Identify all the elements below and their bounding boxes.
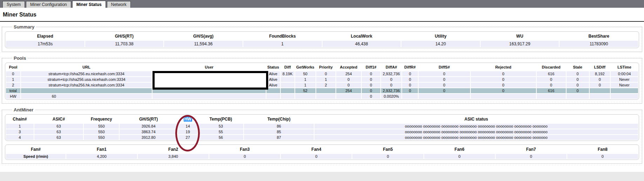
table-cell: 550 bbox=[84, 129, 119, 134]
table-cell: 8.19K bbox=[281, 71, 294, 76]
table-cell bbox=[590, 88, 610, 93]
table-cell: 0 bbox=[471, 88, 536, 93]
table-cell bbox=[266, 94, 280, 99]
table-cell: 1 bbox=[6, 124, 34, 129]
tab-miner-configuration[interactable]: Miner Configuration bbox=[26, 1, 71, 8]
table-cell: 11,594.36 bbox=[164, 41, 243, 47]
table-cell: 0 bbox=[209, 154, 280, 159]
table-cell: 0 bbox=[424, 154, 495, 159]
fan-speed-row: Speed (r/min) 4,2003,840000000 bbox=[6, 154, 638, 159]
table-cell: 14.20 bbox=[401, 41, 480, 47]
table-cell: 4 bbox=[6, 135, 34, 140]
tab-bar: System Miner Configuration Miner Status … bbox=[0, 0, 644, 8]
chains-header-row: Chain# ASIC# Frequency GH/S(RT) HW Temp(… bbox=[6, 115, 638, 123]
chains-header-hw: HW bbox=[178, 115, 197, 123]
table-cell: WU bbox=[481, 32, 559, 40]
pools-legend: Pools bbox=[12, 56, 28, 61]
table-cell bbox=[316, 94, 335, 99]
table-row: 2stratum+tcp://sha256.hk.nicehash.com:33… bbox=[6, 83, 638, 88]
table-cell: 46,438 bbox=[323, 41, 401, 47]
table-cell bbox=[281, 94, 294, 99]
table-cell: stratum+tcp://sha256.eu.nicehash.com:333… bbox=[21, 71, 152, 76]
table-cell: 0 bbox=[590, 77, 610, 82]
table-cell: DiffS# bbox=[419, 64, 470, 71]
table-cell: 55 bbox=[198, 129, 243, 134]
summary-section: Summary ElapsedGH/S(RT)GH/S(avg)FoundBlo… bbox=[2, 24, 642, 52]
table-cell bbox=[281, 77, 294, 82]
table-cell: 14 bbox=[178, 124, 197, 129]
table-row: 1stratum+tcp://sha256.usa.nicehash.com:3… bbox=[6, 77, 638, 82]
table-cell: 0 bbox=[362, 94, 380, 99]
table-cell: Priority bbox=[316, 64, 335, 71]
tab-system[interactable]: System bbox=[2, 1, 25, 8]
tab-miner-status[interactable]: Miner Status bbox=[72, 1, 106, 8]
chains-body: 1635503926.84145386oooooooo oooooooo ooo… bbox=[6, 124, 638, 140]
table-cell: 0 bbox=[381, 83, 401, 88]
redaction-box bbox=[152, 71, 268, 90]
table-cell: Fan8 bbox=[567, 146, 638, 153]
table-cell: 27 bbox=[178, 135, 197, 140]
table-row: 1635503926.84145386oooooooo oooooooo ooo… bbox=[6, 124, 638, 129]
antminer-tables-wrap: Chain# ASIC# Frequency GH/S(RT) HW Temp(… bbox=[5, 114, 639, 160]
table-cell: 0 bbox=[537, 83, 566, 88]
table-row: 3635503863.74195585oooooooo oooooooo ooo… bbox=[6, 129, 638, 134]
summary-header-row: ElapsedGH/S(RT)GH/S(avg)FoundBlocksLocal… bbox=[6, 32, 638, 40]
table-cell: Utility bbox=[401, 32, 480, 40]
table-cell: 63 bbox=[34, 129, 83, 134]
table-cell: 254 bbox=[336, 71, 361, 76]
table-cell: Fan# bbox=[6, 146, 66, 153]
table-cell: Fan3 bbox=[209, 146, 280, 153]
table-cell: Fan4 bbox=[281, 146, 352, 153]
tab-network[interactable]: Network bbox=[107, 1, 131, 8]
table-cell: Fan1 bbox=[66, 146, 137, 153]
table-row: 0stratum+tcp://sha256.eu.nicehash.com:33… bbox=[6, 71, 638, 76]
table-cell: 17m53s bbox=[6, 41, 84, 47]
table-cell: Never bbox=[611, 83, 638, 88]
table-cell: 0 bbox=[419, 77, 470, 82]
table-cell: 550 bbox=[84, 124, 119, 129]
table-cell: 60 bbox=[21, 94, 152, 99]
table-cell: 0 bbox=[402, 77, 418, 82]
table-cell: 1 bbox=[295, 83, 316, 88]
chains-header-asic: ASIC# bbox=[34, 115, 83, 123]
table-cell: LSDiff bbox=[590, 64, 610, 71]
table-cell: URL bbox=[21, 64, 152, 71]
chains-header-ghsrt: GH/S(RT) bbox=[120, 115, 177, 123]
table-cell: 52 bbox=[295, 88, 316, 93]
table-row: HW6000.0020% bbox=[6, 94, 638, 99]
table-cell: 0 bbox=[6, 71, 20, 76]
table-cell: 0 bbox=[567, 77, 589, 82]
page-title: Miner Status bbox=[3, 12, 641, 18]
table-cell bbox=[281, 88, 294, 93]
table-cell: GH/S(RT) bbox=[85, 32, 164, 40]
table-cell: 0 bbox=[567, 83, 589, 88]
pools-header-row: PoolURLUserStatusDiffGetWorksPriorityAcc… bbox=[6, 64, 638, 71]
table-cell: 11,703.38 bbox=[85, 41, 164, 47]
table-cell: 1 bbox=[316, 77, 335, 82]
table-cell: FoundBlocks bbox=[243, 32, 322, 40]
table-cell: 19 bbox=[178, 129, 197, 134]
pools-body: 0stratum+tcp://sha256.eu.nicehash.com:33… bbox=[6, 71, 638, 99]
table-cell: 3 bbox=[6, 129, 34, 134]
table-cell bbox=[611, 94, 638, 99]
table-cell: LSTime bbox=[611, 64, 638, 71]
table-cell: stratum+tcp://sha256.hk.nicehash.com:333… bbox=[21, 83, 152, 88]
table-cell: Alive bbox=[266, 83, 280, 88]
table-cell bbox=[567, 94, 589, 99]
table-cell bbox=[590, 94, 610, 99]
pools-table: PoolURLUserStatusDiffGetWorksPriorityAcc… bbox=[5, 63, 639, 100]
table-cell: 0 bbox=[590, 83, 610, 88]
table-cell bbox=[537, 94, 566, 99]
chains-header-asic-status: ASIC status bbox=[314, 115, 638, 123]
table-cell: 86 bbox=[244, 124, 314, 129]
table-cell: oooooooo oooooooo oooooooo oooooooo oooo… bbox=[314, 129, 638, 134]
table-cell: Never bbox=[611, 77, 638, 82]
table-cell: 63 bbox=[34, 124, 83, 129]
antminer-legend: AntMiner bbox=[12, 107, 35, 112]
pools-section: Pools PoolURLUserStatusDiffGetWorksPrior… bbox=[2, 56, 642, 104]
table-cell: 1 bbox=[295, 77, 316, 82]
table-cell: 2,932,736 bbox=[381, 71, 401, 76]
table-row: 4635503912.80275687oooooooo oooooooo ooo… bbox=[6, 135, 638, 140]
table-cell: 0 bbox=[381, 77, 401, 82]
table-cell: 85 bbox=[244, 129, 314, 134]
